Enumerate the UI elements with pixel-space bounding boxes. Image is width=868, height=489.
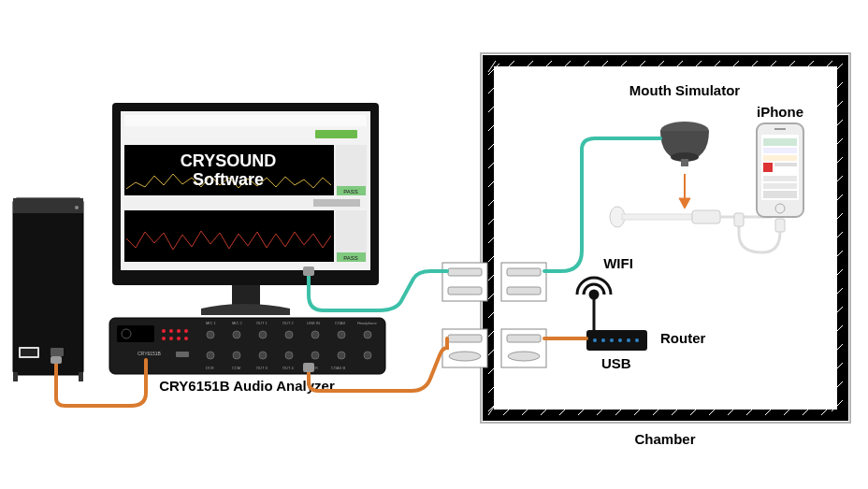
svg-point-146	[449, 352, 481, 361]
svg-text:DCR: DCR	[206, 366, 214, 370]
svg-rect-22	[117, 325, 154, 342]
svg-point-42	[338, 331, 345, 338]
svg-text:MIC 1: MIC 1	[206, 321, 216, 325]
svg-point-43	[338, 352, 345, 359]
mouth-simulator-label: Mouth Simulator	[629, 82, 740, 98]
svg-text:LINE IN: LINE IN	[307, 321, 320, 325]
svg-rect-163	[763, 138, 797, 146]
svg-point-41	[311, 352, 319, 359]
svg-point-28	[162, 337, 166, 340]
svg-point-36	[259, 331, 267, 338]
svg-point-40	[311, 331, 319, 338]
usb-label: USB	[601, 355, 631, 371]
svg-point-31	[184, 337, 188, 340]
svg-point-39	[285, 352, 293, 359]
svg-point-37	[259, 352, 267, 359]
svg-point-34	[233, 331, 240, 338]
svg-rect-156	[622, 214, 692, 220]
svg-text:Headphone: Headphone	[357, 321, 377, 325]
cable-teal-2	[544, 138, 660, 271]
svg-point-181	[590, 291, 598, 298]
chamber-label: Chamber	[634, 431, 695, 447]
earbud-icon	[610, 207, 772, 227]
wifi-label: WIFI	[603, 255, 633, 271]
iphone-label: iPhone	[757, 104, 803, 120]
svg-rect-152	[681, 159, 688, 166]
svg-marker-154	[679, 198, 690, 209]
svg-rect-164	[763, 148, 797, 153]
svg-rect-142	[507, 268, 541, 276]
svg-rect-7	[79, 372, 83, 381]
svg-rect-139	[448, 268, 482, 276]
diagram-canvas: CRYSOUND Software PASS PASS CRY6151B	[0, 0, 868, 489]
svg-point-38	[285, 331, 293, 338]
svg-rect-170	[763, 191, 797, 198]
svg-point-5	[75, 206, 79, 209]
svg-rect-167	[774, 163, 797, 166]
svg-rect-145	[448, 335, 482, 342]
svg-point-176	[610, 338, 614, 342]
svg-rect-143	[507, 287, 541, 295]
svg-rect-17	[313, 199, 360, 207]
pc-tower	[13, 198, 83, 381]
passthrough-connectors	[442, 263, 546, 367]
monitor: CRYSOUND Software PASS PASS	[112, 103, 379, 315]
svg-point-26	[177, 329, 181, 333]
analyzer-model-text: CRY6151B	[137, 351, 162, 356]
svg-rect-140	[448, 287, 482, 295]
svg-point-45	[364, 352, 371, 359]
router-label: Router	[660, 330, 705, 346]
mouth-simulator	[660, 122, 709, 166]
svg-rect-162	[774, 128, 786, 130]
svg-rect-184	[51, 356, 62, 364]
svg-text:OUT 4: OUT 4	[282, 366, 294, 370]
svg-point-29	[169, 337, 173, 340]
svg-rect-171	[775, 219, 785, 232]
svg-rect-6	[13, 372, 18, 381]
svg-rect-59	[176, 352, 189, 357]
svg-rect-165	[763, 155, 797, 161]
svg-rect-168	[763, 176, 797, 181]
audio-analyzer: CRY6151B MIC 1MIC 2 OUT 1OUT 2 LINE INCO…	[109, 318, 385, 374]
svg-rect-182	[303, 266, 314, 276]
arrow-down-icon	[679, 174, 690, 209]
svg-rect-1	[13, 198, 83, 213]
svg-rect-11	[124, 115, 367, 126]
svg-text:PASS: PASS	[343, 255, 358, 261]
svg-point-30	[177, 337, 181, 340]
svg-point-149	[508, 352, 540, 361]
svg-point-35	[233, 352, 240, 359]
svg-text:OUT 2: OUT 2	[282, 321, 294, 325]
software-title-line1: CRYSOUND	[181, 151, 276, 170]
svg-point-179	[635, 338, 639, 342]
svg-rect-4	[51, 348, 64, 356]
iphone-cable	[734, 213, 785, 252]
run-button-icon	[315, 130, 357, 138]
svg-rect-183	[303, 363, 314, 372]
software-title-line2: Software	[193, 170, 264, 189]
svg-text:CCM: CCM	[232, 366, 240, 370]
svg-point-175	[601, 338, 605, 342]
svg-point-32	[207, 331, 214, 338]
svg-point-178	[627, 338, 630, 342]
svg-rect-157	[692, 210, 720, 223]
svg-text:COAX: COAX	[335, 321, 346, 325]
wifi-icon	[577, 278, 611, 298]
svg-text:PASS: PASS	[343, 189, 358, 194]
svg-rect-3	[21, 349, 37, 356]
svg-point-27	[184, 329, 188, 333]
svg-point-33	[207, 352, 214, 359]
svg-point-174	[593, 338, 597, 342]
svg-point-177	[618, 338, 622, 342]
svg-text:MIC 2: MIC 2	[232, 321, 242, 325]
svg-text:OUT 3: OUT 3	[256, 366, 268, 370]
svg-rect-172	[734, 213, 744, 226]
iphone	[757, 123, 803, 217]
svg-rect-166	[763, 163, 773, 172]
svg-text:OUT 1: OUT 1	[256, 321, 268, 325]
svg-rect-148	[507, 335, 541, 342]
svg-point-25	[169, 329, 173, 333]
svg-text:COAX  B: COAX B	[331, 366, 345, 370]
svg-rect-169	[763, 183, 797, 189]
svg-point-44	[364, 331, 371, 338]
